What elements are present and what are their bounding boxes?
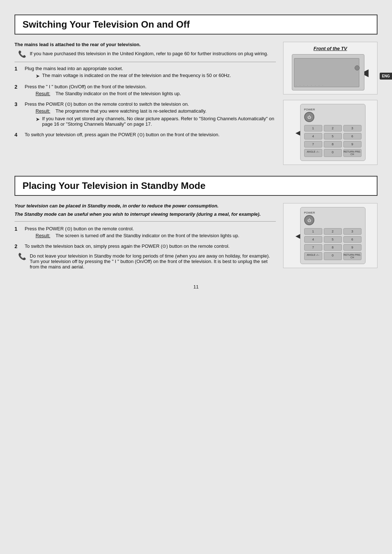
remote-btn-5: 5 bbox=[324, 133, 342, 139]
remote-power-label-2: POWER bbox=[304, 211, 362, 214]
step-1-num: 1 bbox=[15, 66, 22, 72]
remote-btn-angle: ANGLE -/-- bbox=[304, 149, 322, 157]
section2-step-1-result-label: Result: bbox=[36, 233, 56, 238]
remote-btn-6: 6 bbox=[343, 133, 362, 139]
section2-title: Placing Your Television in Standby Mode bbox=[23, 180, 369, 191]
step-2-result-label: Result: bbox=[36, 91, 56, 96]
tv-power-btn bbox=[355, 65, 360, 70]
section2-step-1-result-text: The screen is turned off and the Standby… bbox=[56, 233, 276, 238]
step-3-arrow: ➤ If you have not yet stored any channel… bbox=[36, 116, 276, 127]
section2-step-2-num: 2 bbox=[15, 243, 22, 249]
remote-btn-prech: RETURN PRE-CH bbox=[343, 149, 362, 157]
step-1-arrow: ➤ The main voltage is indicated on the r… bbox=[36, 73, 276, 79]
page-number: 11 bbox=[15, 284, 377, 290]
phone-icon: 📞 bbox=[18, 50, 26, 58]
step-4-text: To switch your television off, press aga… bbox=[25, 132, 276, 137]
tv-dots: · · · · · · · · bbox=[296, 84, 324, 87]
section1-bold-note: The mains lead is attached to the rear o… bbox=[15, 42, 276, 47]
tv-screen bbox=[294, 58, 359, 87]
remote2-btn-6: 6 bbox=[343, 236, 362, 243]
remote-btn-1: 1 bbox=[304, 125, 322, 132]
section1-right: Front of the TV · · · · · · · · ◀ ◀ bbox=[283, 42, 377, 165]
remote-control-2: POWER ⏻ 1 2 3 4 5 6 7 8 bbox=[300, 207, 366, 264]
page: ENG Switching Your Television On and Off… bbox=[0, 0, 392, 554]
step-1-text: Plug the mains lead into an appropriate … bbox=[25, 66, 276, 71]
section2-header: Placing Your Television in Standby Mode bbox=[15, 176, 377, 196]
section2-step-1: 1 Press the POWER (⊙) button on the remo… bbox=[15, 226, 276, 240]
remote-with-arrow-1: ◀ POWER ⏻ 1 2 3 4 5 6 7 bbox=[295, 104, 366, 161]
step-3-content: Press the POWER (⊙) button on the remote… bbox=[25, 101, 276, 129]
remote-power-label-1: POWER bbox=[304, 108, 362, 111]
eng-badge: ENG bbox=[380, 73, 392, 80]
section1-left: The mains lead is attached to the rear o… bbox=[15, 42, 276, 165]
section1-body: The mains lead is attached to the rear o… bbox=[15, 42, 377, 165]
step-1-content: Plug the mains lead into an appropriate … bbox=[25, 66, 276, 81]
remote2-btn-7: 7 bbox=[304, 244, 322, 251]
remote-btn-4: 4 bbox=[304, 133, 322, 139]
remote2-btn-3: 3 bbox=[343, 228, 362, 235]
step-2-num: 2 bbox=[15, 84, 22, 90]
remote-power-btn-1: ⏻ bbox=[304, 112, 314, 122]
section2-step-2-text: To switch the television back on, simply… bbox=[25, 243, 276, 249]
phone-icon-2: 📞 bbox=[18, 252, 26, 260]
section1-divider bbox=[15, 62, 276, 62]
section2-phone-text: Do not leave your television in Standby … bbox=[30, 253, 276, 270]
step-3-result-text: The programme that you were watching las… bbox=[56, 108, 276, 114]
remote2-btn-prech: RETURN PRE-CH bbox=[343, 252, 362, 260]
remote-grid-2: 1 2 3 4 5 6 7 8 9 ANGLE -/-- bbox=[304, 228, 362, 260]
section2-phone-bullet: 📞 Do not leave your television in Standb… bbox=[15, 253, 276, 270]
remote-btn-3: 3 bbox=[343, 125, 362, 132]
step-2-content: Press the " I " button (On/Off) on the f… bbox=[25, 84, 276, 98]
remote-grid-1: 1 2 3 4 5 6 7 8 9 ANGLE -/-- 0 bbox=[304, 125, 362, 157]
section2-body: Your television can be placed in Standby… bbox=[15, 203, 377, 273]
section2-step-2: 2 To switch the television back on, simp… bbox=[15, 243, 276, 250]
section2-divider bbox=[15, 221, 276, 222]
remote-btn-7: 7 bbox=[304, 141, 322, 147]
remote-btn-8: 8 bbox=[324, 141, 342, 147]
section2-step-2-content: To switch the television back on, simply… bbox=[25, 243, 276, 250]
remote2-btn-angle: ANGLE -/-- bbox=[304, 252, 322, 260]
section1-phone-text: If you have purchased this television in… bbox=[30, 51, 268, 56]
step-2-result-text: The Standby indicator on the front of th… bbox=[56, 91, 276, 96]
step-3-result: Result: The programme that you were watc… bbox=[36, 108, 276, 114]
step-2-result: Result: The Standby indicator on the fro… bbox=[36, 91, 276, 96]
step-3-arrow-text: If you have not yet stored any channels,… bbox=[42, 116, 276, 127]
arrow-right-icon: ➤ bbox=[36, 73, 40, 79]
section1-title: Switching Your Television On and Off bbox=[23, 19, 369, 30]
step-1: 1 Plug the mains lead into an appropriat… bbox=[15, 66, 276, 81]
step-2-text: Press the " I " button (On/Off) on the f… bbox=[25, 84, 276, 89]
remote2-btn-5: 5 bbox=[324, 236, 342, 243]
section2-italic1: Your television can be placed in Standby… bbox=[15, 203, 276, 209]
tv-front-box: Front of the TV · · · · · · · · ◀ bbox=[283, 42, 377, 94]
remote2-btn-2: 2 bbox=[324, 228, 342, 235]
section2-italic2: The Standby mode can be useful when you … bbox=[15, 211, 276, 217]
remote2-btn-0: 0 bbox=[324, 252, 342, 260]
remote-power-btn-2: ⏻ bbox=[304, 215, 314, 225]
step-4-num: 4 bbox=[15, 132, 22, 138]
step-3-num: 3 bbox=[15, 101, 22, 107]
section1-header: Switching Your Television On and Off bbox=[15, 15, 377, 35]
remote-box-2: ◀ POWER ⏻ 1 2 3 4 5 6 bbox=[283, 203, 377, 268]
step-2: 2 Press the " I " button (On/Off) on the… bbox=[15, 84, 276, 98]
step-4: 4 To switch your television off, press a… bbox=[15, 132, 276, 139]
section2-step-1-content: Press the POWER (⊙) button on the remote… bbox=[25, 226, 276, 240]
remote-btn-9: 9 bbox=[343, 141, 362, 147]
section2: Placing Your Television in Standby Mode … bbox=[15, 176, 377, 273]
remote-control-1: POWER ⏻ 1 2 3 4 5 6 7 8 9 bbox=[300, 104, 366, 161]
section1-phone-bullet: 📞 If you have purchased this television … bbox=[15, 51, 276, 58]
section2-right: ◀ POWER ⏻ 1 2 3 4 5 6 bbox=[283, 203, 377, 273]
step-3: 3 Press the POWER (⊙) button on the remo… bbox=[15, 101, 276, 129]
arrow-right-icon-2: ➤ bbox=[36, 116, 40, 122]
remote2-btn-4: 4 bbox=[304, 236, 322, 243]
remote2-btn-1: 1 bbox=[304, 228, 322, 235]
step-3-text: Press the POWER (⊙) button on the remote… bbox=[25, 101, 276, 107]
tv-front-title: Front of the TV bbox=[314, 46, 347, 51]
remote2-btn-8: 8 bbox=[324, 244, 342, 251]
remote2-btn-9: 9 bbox=[343, 244, 362, 251]
remote-btn-2: 2 bbox=[324, 125, 342, 132]
tv-front-illustration: · · · · · · · · bbox=[292, 54, 364, 90]
section2-left: Your television can be placed in Standby… bbox=[15, 203, 276, 273]
step-3-result-label: Result: bbox=[36, 108, 56, 114]
step-4-content: To switch your television off, press aga… bbox=[25, 132, 276, 139]
section2-step-1-num: 1 bbox=[15, 226, 22, 232]
